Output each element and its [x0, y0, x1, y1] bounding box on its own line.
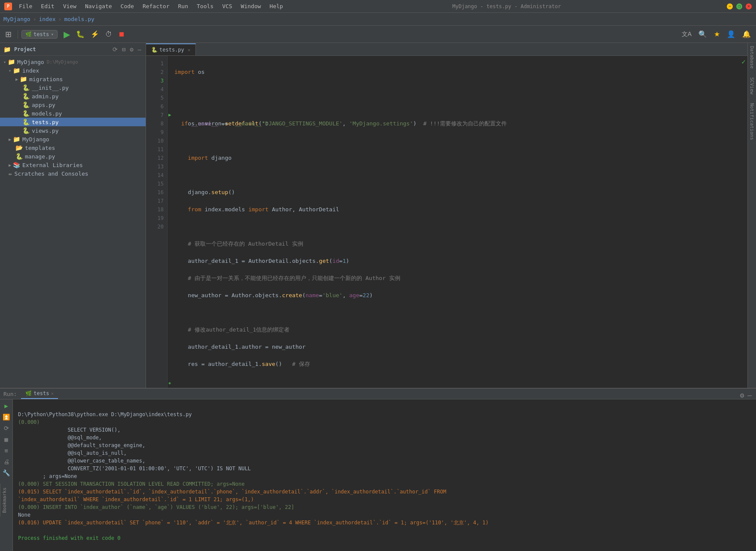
menu-vcs[interactable]: VCS [219, 2, 235, 10]
menu-edit[interactable]: Edit [37, 2, 58, 10]
tree-item-manage[interactable]: 🐍 manage.py [0, 152, 146, 161]
line-num: 20 [146, 222, 164, 231]
tree-item-models[interactable]: 🐍 models.py [0, 109, 146, 118]
coverage-button[interactable]: ⚡ [88, 29, 102, 40]
breadcrumb-file[interactable]: models.py [64, 16, 94, 22]
run-label: Run: [3, 391, 17, 397]
tree-item-views[interactable]: 🐍 views.py [0, 126, 146, 135]
tree-item-mydjango-sub[interactable]: ▶ 📁 MyDjango [0, 135, 146, 143]
console-line-11: (0.000) INSERT INTO `index_author` (`nam… [18, 504, 294, 510]
run-rerun-icon[interactable]: ⟳ [3, 423, 10, 433]
sidebar-settings-icon[interactable]: ⚙ [129, 45, 134, 54]
scview-icon[interactable]: SCView [748, 76, 756, 96]
run-output: ▶ ⏫ ⟳ ▦ ≡ 🖨 🔧 D:\Python\Python38\python.… [0, 399, 756, 551]
tab-close-icon[interactable]: × [188, 47, 191, 53]
tree-item-scratches[interactable]: ✏ Scratches and Consoles [0, 169, 146, 178]
line-num: 13 [146, 162, 164, 171]
debug-button[interactable]: 🐛 [73, 29, 87, 40]
code-line-8: django.setup() [174, 188, 741, 197]
notifications-button[interactable]: 🔔 [740, 29, 753, 40]
run-tab-close-icon[interactable]: × [51, 391, 54, 396]
toolbar-right: 文A 🔍 ★ 👤 🔔 [679, 29, 753, 40]
line-num: 17 [146, 197, 164, 205]
settings-button[interactable]: ★ [711, 29, 722, 40]
menu-code[interactable]: Code [117, 2, 137, 10]
minimize-button[interactable]: − [727, 3, 733, 9]
console-blank [18, 527, 21, 533]
tree-item-label: index [22, 67, 39, 74]
run-play-icon[interactable]: ▶ [3, 401, 9, 411]
tree-item-index[interactable]: ▾ 📁 index [0, 66, 146, 75]
py-file-icon: 🐍 [22, 93, 30, 100]
code-line-13: # 由于是一对一关系，不能使用已经存在的用户，只能创建一个新的的 Author … [174, 274, 741, 283]
bottom-tabs: Run: 🌿 tests × ⚙ — [0, 389, 756, 399]
run-button[interactable]: ▶ [61, 28, 73, 41]
close-button[interactable]: × [746, 3, 752, 9]
breadcrumb-sep2: › [58, 16, 62, 22]
breadcrumb-index[interactable]: index [39, 16, 55, 22]
folder-icon: 📁 [20, 76, 27, 82]
project-panel-button[interactable]: ⊞ [3, 28, 14, 40]
tree-item-admin[interactable]: 🐍 admin.py [0, 92, 146, 100]
tree-item-templates[interactable]: 📂 templates [0, 143, 146, 152]
py-file-icon: 🐍 [22, 84, 30, 91]
menu-window[interactable]: Window [238, 2, 265, 10]
menu-refactor[interactable]: Refactor [139, 2, 173, 10]
run-filter-icon[interactable]: ▦ [3, 435, 9, 444]
run-wrench-icon[interactable]: 🔧 [1, 468, 11, 478]
tree-item-label: tests.py [32, 119, 59, 125]
sidebar-collapse-icon[interactable]: ⊟ [121, 45, 126, 54]
tree-item-init[interactable]: 🐍 __init__.py [0, 83, 146, 92]
breadcrumb-project[interactable]: MyDjango [3, 16, 30, 22]
run-tab-tests[interactable]: 🌿 tests × [21, 389, 58, 399]
line-num: 6 [146, 102, 164, 111]
code-line-18: res = author_detail_1.save() # 保存 [174, 360, 741, 368]
menu-file[interactable]: File [15, 2, 36, 10]
console-output: D:\Python\Python38\python.exe D:\MyDjang… [13, 399, 756, 551]
py-file-icon: 🐍 [22, 127, 30, 134]
tree-item-label: models.py [32, 110, 62, 117]
line-num: 18 [146, 205, 164, 214]
database-icon[interactable]: Database [748, 45, 756, 70]
code-line-7 [174, 171, 741, 180]
collapse-bottom-icon[interactable]: — [747, 390, 753, 400]
run-scroll-icon[interactable]: ≡ [3, 446, 9, 455]
profile-button[interactable]: ⏱ [103, 29, 115, 40]
code-line-16: # 修改author_detail_1信息的绑定者 [174, 326, 741, 334]
tree-item-migrations[interactable]: ▶ 📁 migrations [0, 75, 146, 83]
tree-item-tests[interactable]: 🐍 tests.py [0, 118, 146, 126]
folder-icon: 📁 [8, 58, 15, 65]
menu-help[interactable]: Help [266, 2, 287, 10]
sidebar-sync-icon[interactable]: ⟳ [112, 45, 119, 54]
run-config-selector[interactable]: 🌿 tests ▾ [21, 30, 58, 39]
tree-item-ext-libs[interactable]: ▶ 📚 External Libraries [0, 161, 146, 169]
code-line-9: from index.models import Author, AuthorD… [174, 205, 741, 214]
account-button[interactable]: 👤 [724, 29, 738, 40]
bookmarks-tab[interactable]: Bookmarks [0, 484, 9, 517]
editor-tab-tests[interactable]: 🐍 tests.py × [146, 43, 196, 55]
stop-button[interactable]: ⏹ [116, 29, 128, 40]
console-line-cmd: D:\Python\Python38\python.exe D:\MyDjang… [18, 411, 192, 417]
menu-tools[interactable]: Tools [193, 2, 217, 10]
notifications-side-icon[interactable]: Notifications [748, 102, 756, 141]
menu-view[interactable]: View [60, 2, 80, 10]
folder-icon: 📁 [13, 67, 20, 74]
run-print-icon[interactable]: 🖨 [2, 457, 11, 466]
tree-item-label: MyDjango [22, 136, 49, 143]
translate-button[interactable]: 文A [679, 29, 694, 40]
line-num: 3 [146, 76, 164, 85]
maximize-button[interactable]: ❐ [736, 3, 742, 9]
toolbar: ⊞ 🌿 tests ▾ ▶ 🐛 ⚡ ⏱ ⏹ 文A 🔍 ★ 👤 🔔 [0, 26, 756, 43]
line-num: 12 [146, 154, 164, 162]
settings-bottom-icon[interactable]: ⚙ [739, 390, 745, 400]
search-everywhere-button[interactable]: 🔍 [696, 29, 710, 40]
py-file-icon: 🐍 [22, 110, 30, 117]
tree-item-apps[interactable]: 🐍 apps.py [0, 100, 146, 109]
editor-tabs: 🐍 tests.py × [146, 43, 747, 56]
tree-item-mydjango[interactable]: ▾ 📁 MyDjango D:\MyDjango [0, 58, 146, 66]
menu-run[interactable]: Run [175, 2, 192, 10]
sidebar-close-icon[interactable]: — [137, 45, 142, 54]
window-controls: − ❐ × [727, 3, 752, 9]
menu-navigate[interactable]: Navigate [82, 2, 116, 10]
run-stop-icon[interactable]: ⏫ [1, 412, 11, 422]
